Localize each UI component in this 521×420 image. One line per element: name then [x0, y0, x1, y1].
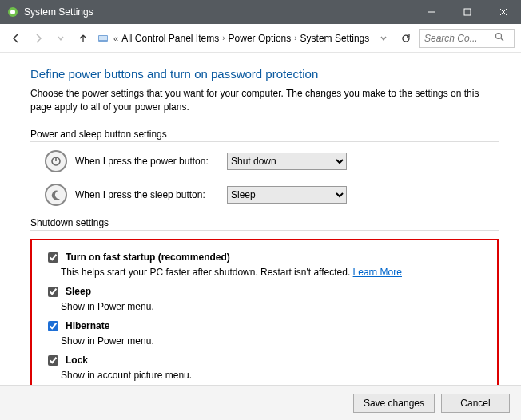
control-panel-icon [96, 31, 110, 46]
titlebar: System Settings [0, 0, 521, 24]
fast-startup-checkbox[interactable] [48, 252, 58, 263]
footer: Save changes Cancel [0, 385, 521, 420]
sleep-icon [45, 184, 67, 206]
svg-point-8 [496, 34, 502, 39]
sleep-button-row: When I press the sleep button: Sleep [45, 184, 499, 206]
chevron-right-icon: › [294, 34, 296, 42]
page-title: Define power buttons and turn on passwor… [30, 67, 499, 81]
sleep-option-label: Sleep [66, 286, 91, 297]
hibernate-option-label: Hibernate [66, 320, 109, 331]
up-button[interactable] [74, 29, 93, 48]
lock-option: Lock Show in account picture menu. [45, 353, 489, 381]
separator [30, 230, 499, 231]
save-changes-button[interactable]: Save changes [353, 394, 435, 413]
power-button-row: When I press the power button: Shut down [45, 150, 499, 172]
sleep-option-desc: Show in Power menu. [61, 301, 489, 312]
power-button-select[interactable]: Shut down [227, 153, 347, 170]
sleep-button-label: When I press the sleep button: [75, 189, 219, 200]
minimize-button[interactable] [413, 0, 449, 24]
breadcrumb-item[interactable]: All Control Panel Items [121, 33, 219, 44]
navbar: « All Control Panel Items › Power Option… [0, 24, 521, 53]
fast-startup-desc: This helps start your PC faster after sh… [61, 267, 489, 278]
lock-option-desc: Show in account picture menu. [61, 370, 489, 381]
sleep-button-select[interactable]: Sleep [227, 186, 347, 204]
forward-button[interactable] [29, 29, 48, 48]
app-icon [6, 6, 19, 18]
maximize-button[interactable] [449, 0, 485, 24]
close-button[interactable] [485, 0, 521, 24]
lock-checkbox[interactable] [48, 355, 58, 366]
power-icon [45, 150, 67, 172]
fast-startup-label: Turn on fast startup (recommended) [66, 252, 230, 263]
back-button[interactable] [6, 29, 26, 48]
window-title: System Settings [24, 6, 413, 18]
hibernate-checkbox[interactable] [48, 321, 58, 331]
search-input[interactable] [423, 32, 495, 45]
recent-dropdown[interactable] [51, 29, 70, 48]
content-area: Define power buttons and turn on passwor… [0, 53, 521, 406]
breadcrumb-dropdown[interactable] [374, 29, 393, 48]
chevron-right-icon: › [222, 34, 225, 42]
svg-rect-7 [99, 36, 107, 40]
hibernate-option: Hibernate Show in Power menu. [45, 319, 489, 347]
learn-more-link[interactable]: Learn More [353, 267, 402, 278]
svg-point-1 [10, 10, 15, 14]
shutdown-settings-highlight: Turn on fast startup (recommended) This … [30, 239, 499, 398]
breadcrumb[interactable]: « All Control Panel Items › Power Option… [96, 31, 371, 46]
sleep-option: Sleep Show in Power menu. [45, 284, 489, 312]
search-box[interactable] [419, 29, 515, 48]
page-intro: Choose the power settings that you want … [30, 87, 499, 114]
hibernate-option-desc: Show in Power menu. [61, 335, 489, 347]
fast-startup-option: Turn on fast startup (recommended) This … [45, 250, 489, 278]
search-icon [495, 32, 504, 44]
shutdown-group-label: Shutdown settings [30, 217, 499, 228]
power-sleep-group-label: Power and sleep button settings [30, 129, 499, 140]
lock-option-label: Lock [66, 355, 88, 366]
breadcrumb-item[interactable]: System Settings [300, 33, 370, 44]
separator [30, 141, 499, 142]
refresh-button[interactable] [396, 29, 416, 48]
power-button-label: When I press the power button: [75, 156, 219, 167]
svg-rect-3 [464, 9, 471, 15]
breadcrumb-item[interactable]: Power Options [229, 33, 292, 44]
cancel-button[interactable]: Cancel [441, 394, 510, 413]
svg-line-9 [501, 38, 503, 41]
sleep-checkbox[interactable] [48, 287, 58, 297]
breadcrumb-prefix: « [113, 34, 118, 43]
